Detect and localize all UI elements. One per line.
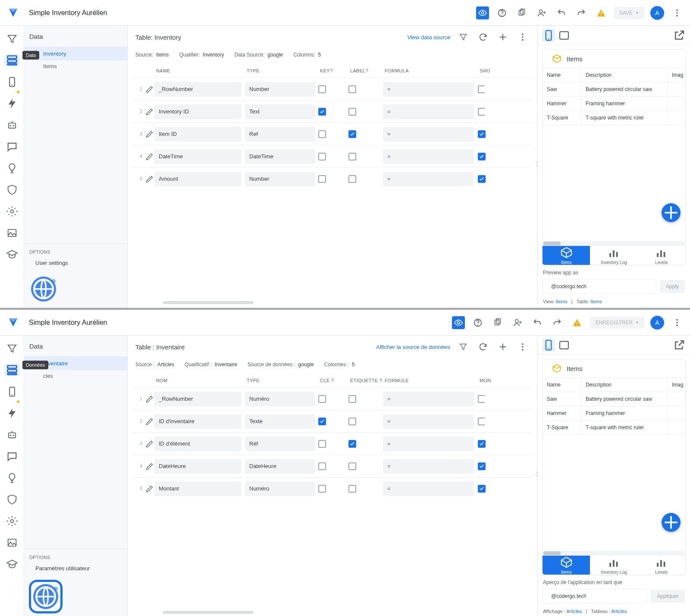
col-name-input[interactable]: Item ID bbox=[154, 127, 242, 141]
col-name-input[interactable]: DateTime bbox=[154, 149, 242, 164]
warning-icon[interactable] bbox=[594, 6, 608, 20]
settings-icon[interactable] bbox=[6, 205, 18, 217]
bot-icon[interactable] bbox=[6, 429, 18, 441]
label-checkbox[interactable] bbox=[348, 462, 356, 470]
label-checkbox[interactable] bbox=[348, 130, 356, 138]
show-checkbox[interactable] bbox=[478, 153, 486, 160]
avatar[interactable]: A bbox=[650, 6, 664, 20]
col-name-input[interactable]: _RowNumber bbox=[154, 392, 242, 406]
data-icon[interactable] bbox=[4, 54, 20, 66]
edit-icon[interactable] bbox=[145, 462, 154, 471]
preview-row[interactable]: T-SquareT-square with metric ruler bbox=[543, 421, 685, 435]
label-checkbox[interactable] bbox=[348, 395, 356, 403]
edit-icon[interactable] bbox=[145, 394, 154, 404]
redo-icon[interactable] bbox=[550, 316, 564, 330]
formula-input[interactable]: = bbox=[383, 392, 474, 406]
options-header[interactable]: OPTIONS bbox=[29, 553, 122, 563]
col-name-input[interactable]: Amount bbox=[154, 172, 242, 186]
learn-icon[interactable] bbox=[6, 248, 18, 261]
preview-scrollbar[interactable] bbox=[543, 551, 684, 556]
refresh-icon[interactable] bbox=[476, 340, 490, 354]
expand-handle-icon[interactable] bbox=[534, 471, 537, 482]
show-checkbox[interactable] bbox=[478, 395, 485, 403]
save-button[interactable]: ENREGISTRER▼ bbox=[590, 317, 644, 329]
show-checkbox[interactable] bbox=[478, 440, 486, 448]
col-name-input[interactable]: ID d'inventaire bbox=[154, 414, 242, 429]
col-type-select[interactable]: Number bbox=[245, 82, 315, 97]
col-type-select[interactable]: Ref bbox=[245, 127, 315, 141]
open-external-icon[interactable] bbox=[673, 339, 686, 352]
label-checkbox[interactable] bbox=[348, 485, 356, 493]
edit-icon[interactable] bbox=[145, 85, 154, 94]
formula-input[interactable]: = bbox=[383, 437, 474, 451]
formula-input[interactable]: = bbox=[383, 149, 474, 164]
show-checkbox[interactable] bbox=[478, 85, 485, 93]
sidebar-item-inventory[interactable]: Inventory bbox=[24, 47, 127, 60]
key-checkbox[interactable] bbox=[318, 153, 326, 160]
footer-view-link[interactable]: Articles bbox=[566, 609, 582, 614]
tablet-view-icon[interactable] bbox=[558, 29, 571, 42]
edit-icon[interactable] bbox=[145, 129, 154, 139]
learn-icon[interactable] bbox=[6, 558, 18, 570]
expand-handle-icon[interactable] bbox=[534, 161, 537, 172]
fab-add-button[interactable] bbox=[662, 513, 681, 532]
bot-icon[interactable] bbox=[6, 119, 18, 131]
add-column-icon[interactable] bbox=[496, 340, 510, 354]
image-icon[interactable] bbox=[6, 227, 18, 239]
data-icon[interactable] bbox=[4, 364, 20, 376]
formula-input[interactable]: = bbox=[383, 459, 474, 474]
horizontal-scrollbar[interactable] bbox=[133, 301, 532, 305]
open-external-icon[interactable] bbox=[673, 29, 686, 42]
key-checkbox[interactable] bbox=[318, 130, 326, 138]
redo-icon[interactable] bbox=[574, 6, 588, 20]
warning-icon[interactable] bbox=[570, 316, 584, 330]
undo-icon[interactable] bbox=[555, 6, 568, 20]
edit-icon[interactable] bbox=[145, 484, 154, 493]
more-icon[interactable] bbox=[670, 316, 684, 330]
preview-tab[interactable]: Items bbox=[543, 246, 590, 265]
locale-button[interactable]: ⚙ bbox=[31, 277, 56, 302]
col-name-input[interactable]: DateHeure bbox=[154, 459, 242, 474]
col-type-select[interactable]: DateTime bbox=[245, 149, 315, 164]
col-type-select[interactable]: DateHeure bbox=[245, 459, 315, 474]
preview-tab[interactable]: Levels bbox=[638, 246, 685, 265]
col-type-select[interactable]: Text bbox=[245, 104, 315, 119]
chat-icon[interactable] bbox=[6, 141, 18, 153]
edit-icon[interactable] bbox=[145, 174, 154, 184]
preview-toggle-icon[interactable] bbox=[452, 316, 465, 329]
key-checkbox[interactable] bbox=[318, 175, 326, 183]
automation-icon[interactable] bbox=[6, 97, 18, 110]
ideas-icon[interactable] bbox=[6, 162, 18, 174]
formula-input[interactable]: = bbox=[383, 414, 474, 429]
key-checkbox[interactable] bbox=[318, 440, 326, 448]
col-name-input[interactable]: Inventory ID bbox=[154, 104, 242, 119]
col-name-input[interactable]: Montant bbox=[154, 481, 242, 496]
security-icon[interactable] bbox=[6, 493, 18, 506]
preview-row[interactable]: HammerFraming hammer bbox=[543, 406, 685, 421]
key-checkbox[interactable] bbox=[318, 108, 326, 116]
formula-input[interactable]: = bbox=[383, 172, 474, 186]
edit-icon[interactable] bbox=[145, 439, 154, 449]
label-checkbox[interactable] bbox=[348, 175, 356, 183]
preview-row[interactable]: SawBattery powered circular saw bbox=[543, 82, 685, 97]
settings-icon[interactable] bbox=[6, 515, 18, 527]
label-checkbox[interactable] bbox=[348, 440, 356, 448]
add-column-icon[interactable] bbox=[496, 30, 510, 44]
sidebar-item-items[interactable]: Items bbox=[24, 60, 127, 72]
footer-view-link[interactable]: Items bbox=[556, 299, 568, 304]
key-checkbox[interactable] bbox=[318, 462, 326, 470]
table-more-icon[interactable] bbox=[516, 30, 530, 44]
apply-button[interactable]: Appliquer bbox=[651, 590, 685, 603]
col-type-select[interactable]: Number bbox=[245, 172, 315, 186]
fab-add-button[interactable] bbox=[662, 203, 681, 222]
col-name-input[interactable]: ID d'élément bbox=[154, 437, 242, 451]
formula-input[interactable]: = bbox=[383, 104, 474, 119]
label-checkbox[interactable] bbox=[348, 418, 356, 425]
view-data-source-link[interactable]: View data source bbox=[408, 34, 451, 41]
show-checkbox[interactable] bbox=[478, 418, 485, 425]
preview-tab[interactable]: Inventory Log bbox=[590, 556, 637, 575]
apply-button[interactable]: Apply bbox=[660, 280, 685, 293]
show-checkbox[interactable] bbox=[478, 108, 485, 116]
locale-button[interactable]: ⚙ bbox=[33, 584, 58, 609]
show-checkbox[interactable] bbox=[478, 462, 486, 470]
